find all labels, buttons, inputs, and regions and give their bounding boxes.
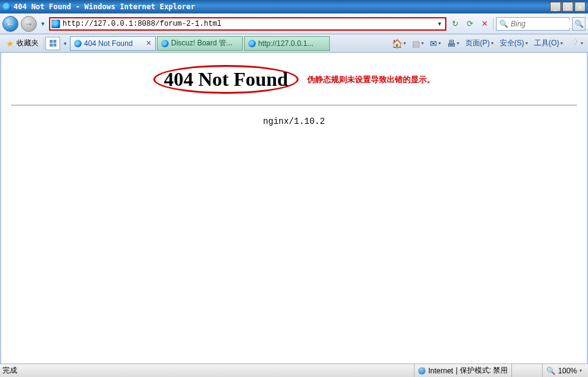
read-mail-button[interactable]: ✉▾ <box>427 37 443 50</box>
compat-view-icon[interactable]: ↻ <box>449 18 461 30</box>
stop-icon[interactable]: ✕ <box>478 18 491 30</box>
window-title: 404 Not Found - Windows Internet Explore… <box>13 2 195 11</box>
tab-command-bar: ★ 收藏夹 ▾ 404 Not Found ✕ Discuz! Board 管.… <box>0 34 588 53</box>
close-window-button[interactable]: ✕ <box>575 2 586 12</box>
rss-icon: ▤ <box>412 39 420 48</box>
search-box[interactable]: 🔍 <box>496 17 570 31</box>
favorites-button[interactable]: ★ 收藏夹 <box>2 37 42 50</box>
page-menu[interactable]: 页面(P)▾ <box>463 37 496 50</box>
search-button[interactable]: 🔍 <box>572 17 586 31</box>
safety-menu-label: 安全(S) <box>500 38 524 48</box>
zoom-control[interactable]: 🔍 100% ▾ <box>542 364 586 377</box>
status-progress <box>511 364 542 377</box>
safety-menu[interactable]: 安全(S)▾ <box>497 37 530 50</box>
favorites-label: 收藏夹 <box>17 38 39 48</box>
tab-label: 404 Not Found <box>84 39 143 48</box>
protected-mode-label: | 保护模式: 禁用 <box>456 365 508 376</box>
status-bar: 完成 Internet | 保护模式: 禁用 🔍 100% ▾ <box>0 364 588 377</box>
address-bar[interactable]: ▼ <box>49 17 446 31</box>
window-titlebar: 404 Not Found - Windows Internet Explore… <box>0 0 588 13</box>
tools-menu-label: 工具(O) <box>534 38 559 48</box>
ie-icon <box>248 40 256 47</box>
error-annotation: 伪静态规则未设置导致出错的显示。 <box>307 74 435 85</box>
home-icon: 🏠 <box>392 39 402 48</box>
content-viewport[interactable]: 404 Not Found 伪静态规则未设置导致出错的显示。 nginx/1.1… <box>0 53 588 364</box>
server-signature: nginx/1.10.2 <box>11 116 577 126</box>
url-input[interactable] <box>63 20 435 28</box>
error-heading: 404 Not Found <box>153 65 299 94</box>
tools-menu[interactable]: 工具(O)▾ <box>532 37 565 50</box>
help-button[interactable]: ❔▾ <box>567 37 586 50</box>
zoom-dropdown[interactable]: ▾ <box>579 368 582 373</box>
home-button[interactable]: 🏠▾ <box>389 37 408 50</box>
tab-discuz-board[interactable]: Discuz! Board 管... <box>157 36 243 51</box>
quick-tabs-dropdown[interactable]: ▾ <box>61 36 69 51</box>
feeds-button[interactable]: ▤▾ <box>410 37 426 50</box>
back-button[interactable]: ← <box>2 16 18 32</box>
tab-label: http://127.0.0.1... <box>258 39 326 48</box>
zoom-value: 100% <box>558 367 577 375</box>
status-zone[interactable]: Internet | 保护模式: 禁用 <box>414 364 511 377</box>
maximize-button[interactable]: □ <box>562 2 573 12</box>
print-button[interactable]: 🖶▾ <box>445 37 462 50</box>
ie-icon <box>161 40 169 47</box>
grid-icon <box>50 40 56 47</box>
close-tab-icon[interactable]: ✕ <box>146 39 151 47</box>
navigation-bar: ← → ▼ ▼ ↻ ⟳ ✕ 🔍 🔍 <box>0 13 588 34</box>
history-dropdown[interactable]: ▼ <box>39 16 47 32</box>
divider <box>11 105 577 105</box>
status-done: 完成 <box>2 365 17 376</box>
ie-icon <box>74 40 82 47</box>
page-icon <box>52 20 60 28</box>
search-provider-icon: 🔍 <box>499 20 508 28</box>
mail-icon: ✉ <box>430 39 437 48</box>
forward-button[interactable]: → <box>21 16 37 32</box>
star-icon: ★ <box>6 39 14 48</box>
minimize-button[interactable]: _ <box>550 2 561 12</box>
zoom-icon: 🔍 <box>546 367 556 375</box>
quick-tabs-button[interactable] <box>45 37 60 50</box>
page-menu-label: 页面(P) <box>465 38 490 48</box>
address-dropdown[interactable]: ▼ <box>435 21 444 27</box>
globe-icon <box>418 367 426 375</box>
tab-localhost[interactable]: http://127.0.0.1... <box>244 36 330 51</box>
help-icon: ❔ <box>569 39 579 48</box>
tab-label: Discuz! Board 管... <box>171 38 239 48</box>
zone-label: Internet <box>428 367 453 375</box>
tab-404-not-found[interactable]: 404 Not Found ✕ <box>70 36 156 51</box>
print-icon: 🖶 <box>447 39 456 48</box>
ie-logo-icon <box>2 2 11 11</box>
refresh-icon[interactable]: ⟳ <box>464 18 476 30</box>
